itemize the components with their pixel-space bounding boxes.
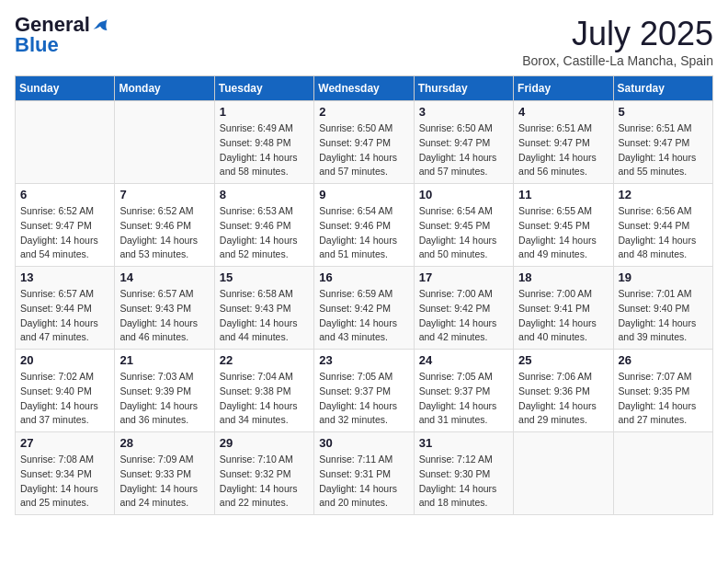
calendar-day-cell: 11Sunrise: 6:55 AMSunset: 9:45 PMDayligh…: [514, 184, 613, 267]
day-number: 20: [20, 353, 109, 367]
day-number: 13: [20, 270, 109, 284]
day-number: 19: [619, 270, 708, 284]
day-number: 21: [119, 353, 209, 367]
day-number: 2: [319, 105, 408, 119]
day-info: Sunrise: 7:05 AMSunset: 9:37 PMDaylight:…: [419, 370, 508, 428]
calendar-day-cell: 10Sunrise: 6:54 AMSunset: 9:45 PMDayligh…: [414, 184, 513, 267]
calendar-day-cell: 27Sunrise: 7:08 AMSunset: 9:34 PMDayligh…: [16, 432, 115, 515]
calendar-day-cell: 24Sunrise: 7:05 AMSunset: 9:37 PMDayligh…: [414, 350, 513, 432]
day-number: 27: [20, 436, 109, 450]
day-number: 12: [619, 188, 708, 201]
day-info: Sunrise: 6:51 AMSunset: 9:47 PMDaylight:…: [518, 121, 608, 179]
day-info: Sunrise: 7:12 AMSunset: 9:30 PMDaylight:…: [419, 453, 508, 511]
day-info: Sunrise: 6:54 AMSunset: 9:46 PMDaylight:…: [319, 204, 408, 262]
calendar-day-cell: 17Sunrise: 7:00 AMSunset: 9:42 PMDayligh…: [414, 267, 513, 350]
location-text: Borox, Castille-La Mancha, Spain: [522, 53, 713, 68]
day-number: 15: [220, 270, 309, 284]
day-info: Sunrise: 7:00 AMSunset: 9:42 PMDaylight:…: [419, 287, 508, 345]
day-number: 31: [419, 436, 508, 450]
calendar-day-cell: 1Sunrise: 6:49 AMSunset: 9:48 PMDaylight…: [214, 101, 313, 184]
day-info: Sunrise: 6:54 AMSunset: 9:45 PMDaylight:…: [419, 204, 508, 262]
day-number: 18: [518, 270, 608, 284]
weekday-header: Sunday: [16, 76, 115, 101]
day-number: 25: [518, 353, 608, 367]
logo-general-text: General: [15, 15, 90, 35]
calendar-day-cell: [613, 432, 712, 515]
day-info: Sunrise: 6:58 AMSunset: 9:43 PMDaylight:…: [220, 287, 309, 345]
day-info: Sunrise: 7:00 AMSunset: 9:41 PMDaylight:…: [518, 287, 608, 345]
calendar-day-cell: 29Sunrise: 7:10 AMSunset: 9:32 PMDayligh…: [214, 432, 313, 515]
calendar-table: SundayMondayTuesdayWednesdayThursdayFrid…: [15, 75, 713, 515]
day-info: Sunrise: 7:07 AMSunset: 9:35 PMDaylight:…: [619, 370, 708, 428]
day-info: Sunrise: 6:56 AMSunset: 9:44 PMDaylight:…: [619, 204, 708, 262]
weekday-header: Wednesday: [314, 76, 414, 101]
day-number: 17: [419, 270, 508, 284]
calendar-day-cell: 15Sunrise: 6:58 AMSunset: 9:43 PMDayligh…: [214, 267, 313, 350]
calendar-day-cell: [16, 101, 115, 184]
calendar-day-cell: 18Sunrise: 7:00 AMSunset: 9:41 PMDayligh…: [514, 267, 613, 350]
weekday-header: Saturday: [613, 76, 712, 101]
day-number: 22: [220, 353, 309, 367]
calendar-day-cell: 31Sunrise: 7:12 AMSunset: 9:30 PMDayligh…: [414, 432, 513, 515]
day-info: Sunrise: 6:52 AMSunset: 9:47 PMDaylight:…: [20, 204, 109, 262]
day-number: 7: [119, 188, 209, 201]
day-info: Sunrise: 7:06 AMSunset: 9:36 PMDaylight:…: [518, 370, 608, 428]
day-info: Sunrise: 7:01 AMSunset: 9:40 PMDaylight:…: [619, 287, 708, 345]
day-number: 9: [319, 188, 408, 201]
weekday-header: Tuesday: [214, 76, 313, 101]
day-info: Sunrise: 6:57 AMSunset: 9:44 PMDaylight:…: [20, 287, 109, 345]
calendar-day-cell: 2Sunrise: 6:50 AMSunset: 9:47 PMDaylight…: [314, 101, 414, 184]
calendar-day-cell: 8Sunrise: 6:53 AMSunset: 9:46 PMDaylight…: [214, 184, 313, 267]
day-info: Sunrise: 6:53 AMSunset: 9:46 PMDaylight:…: [220, 204, 309, 262]
calendar-day-cell: 28Sunrise: 7:09 AMSunset: 9:33 PMDayligh…: [115, 432, 214, 515]
day-number: 11: [518, 188, 608, 201]
day-info: Sunrise: 7:09 AMSunset: 9:33 PMDaylight:…: [119, 453, 209, 511]
calendar-day-cell: [115, 101, 214, 184]
day-info: Sunrise: 7:03 AMSunset: 9:39 PMDaylight:…: [119, 370, 209, 428]
day-number: 6: [20, 188, 109, 201]
day-info: Sunrise: 6:52 AMSunset: 9:46 PMDaylight:…: [119, 204, 209, 262]
day-info: Sunrise: 6:59 AMSunset: 9:42 PMDaylight:…: [319, 287, 408, 345]
calendar-week-row: 1Sunrise: 6:49 AMSunset: 9:48 PMDaylight…: [16, 101, 713, 184]
day-number: 26: [619, 353, 708, 367]
calendar-week-row: 20Sunrise: 7:02 AMSunset: 9:40 PMDayligh…: [16, 350, 713, 432]
calendar-day-cell: 19Sunrise: 7:01 AMSunset: 9:40 PMDayligh…: [613, 267, 712, 350]
calendar-day-cell: 13Sunrise: 6:57 AMSunset: 9:44 PMDayligh…: [16, 267, 115, 350]
day-number: 16: [319, 270, 408, 284]
day-number: 8: [220, 188, 309, 201]
day-number: 10: [419, 188, 508, 201]
day-info: Sunrise: 6:49 AMSunset: 9:48 PMDaylight:…: [220, 121, 309, 179]
weekday-header: Thursday: [414, 76, 513, 101]
title-block: July 2025 Borox, Castille-La Mancha, Spa…: [522, 15, 713, 68]
weekday-header: Monday: [115, 76, 214, 101]
day-info: Sunrise: 7:04 AMSunset: 9:38 PMDaylight:…: [220, 370, 309, 428]
day-number: 14: [119, 270, 209, 284]
day-info: Sunrise: 7:02 AMSunset: 9:40 PMDaylight:…: [20, 370, 109, 428]
day-info: Sunrise: 6:55 AMSunset: 9:45 PMDaylight:…: [518, 204, 608, 262]
calendar-day-cell: 21Sunrise: 7:03 AMSunset: 9:39 PMDayligh…: [115, 350, 214, 432]
weekday-header: Friday: [514, 76, 613, 101]
calendar-day-cell: 4Sunrise: 6:51 AMSunset: 9:47 PMDaylight…: [514, 101, 613, 184]
day-info: Sunrise: 7:10 AMSunset: 9:32 PMDaylight:…: [220, 453, 309, 511]
calendar-day-cell: 9Sunrise: 6:54 AMSunset: 9:46 PMDaylight…: [314, 184, 414, 267]
calendar-week-row: 13Sunrise: 6:57 AMSunset: 9:44 PMDayligh…: [16, 267, 713, 350]
calendar-day-cell: 25Sunrise: 7:06 AMSunset: 9:36 PMDayligh…: [514, 350, 613, 432]
day-number: 5: [619, 105, 708, 119]
day-number: 1: [220, 105, 309, 119]
day-number: 29: [220, 436, 309, 450]
day-number: 4: [518, 105, 608, 119]
logo-blue-text: Blue: [15, 35, 59, 55]
day-number: 24: [419, 353, 508, 367]
day-info: Sunrise: 6:50 AMSunset: 9:47 PMDaylight:…: [419, 121, 508, 179]
calendar-day-cell: 5Sunrise: 6:51 AMSunset: 9:47 PMDaylight…: [613, 101, 712, 184]
month-title: July 2025: [522, 15, 713, 53]
calendar-day-cell: 30Sunrise: 7:11 AMSunset: 9:31 PMDayligh…: [314, 432, 414, 515]
day-info: Sunrise: 6:57 AMSunset: 9:43 PMDaylight:…: [119, 287, 209, 345]
calendar-day-cell: 12Sunrise: 6:56 AMSunset: 9:44 PMDayligh…: [613, 184, 712, 267]
day-info: Sunrise: 7:08 AMSunset: 9:34 PMDaylight:…: [20, 453, 109, 511]
day-info: Sunrise: 7:11 AMSunset: 9:31 PMDaylight:…: [319, 453, 408, 511]
calendar-day-cell: 6Sunrise: 6:52 AMSunset: 9:47 PMDaylight…: [16, 184, 115, 267]
day-info: Sunrise: 6:50 AMSunset: 9:47 PMDaylight:…: [319, 121, 408, 179]
calendar-header-row: SundayMondayTuesdayWednesdayThursdayFrid…: [16, 76, 713, 101]
day-info: Sunrise: 7:05 AMSunset: 9:37 PMDaylight:…: [319, 370, 408, 428]
